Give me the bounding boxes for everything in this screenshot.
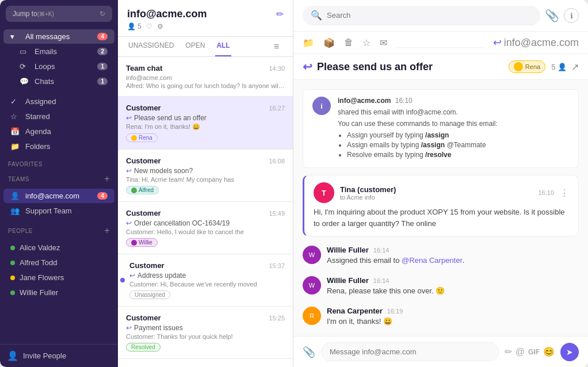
rena-reply-text: I'm on it, thanks! 😀 [327,317,392,326]
chevron-icon: ▾ [10,32,21,41]
settings-icon: ⚙ [157,22,163,30]
all-messages-label: All messages [25,32,97,41]
folder-toolbar-icon[interactable]: 📁 [303,37,314,48]
header-actions: 📎 ℹ [545,8,579,23]
conversation-item-new-models[interactable]: Customer 16:08 ↩ New models soon? Tina: … [118,150,293,202]
conversation-title: ↩ Please send us an offer [303,60,503,74]
secondary-nav-section: ✓ Assigned ☆ Starred 📅 Agenda 📁 Folders [0,91,118,156]
sidebar-item-assigned[interactable]: ✓ Assigned [3,94,114,109]
conversation-item-payment[interactable]: Customer 15:25 ↩ Payment issues Customer… [118,307,293,359]
sidebar-item-alice[interactable]: Alice Valdez [3,240,114,255]
sidebar-item-folders[interactable]: 📁 Folders [3,139,114,154]
invite-people-button[interactable]: 👤 Invite People [0,344,118,367]
member-count-display: 5 👤 [551,63,567,71]
conversation-item-cancellation[interactable]: Customer 15:49 ↩ Order cancellation OC-1… [118,202,293,254]
reply-icon: ↩ [126,324,132,332]
send-button[interactable]: ➤ [560,343,579,361]
compose-gif-icon[interactable]: GIF [528,348,540,356]
assignee-avatar [514,62,523,71]
system-line1: shared this email with info@acme.com. [338,108,498,116]
teams-section-label: TEAMS + [0,169,118,186]
conversation-item-last[interactable]: Customer 15:17 [118,359,293,367]
chats-badge: 1 [97,78,108,85]
willie-avatar: W [303,246,321,264]
more-options-button[interactable]: ⋮ [560,188,569,198]
folder-icon: 📁 [10,142,21,151]
sidebar-item-emails[interactable]: ▭ Emails 2 [3,44,114,59]
msg-time: 16:10 [538,189,554,196]
sidebar-item-all-messages[interactable]: ▾ All messages 4 [3,29,114,44]
filter-tabs: UNASSIGNED OPEN ALL ≡ [118,37,293,57]
compose-at-icon[interactable]: @ [516,347,525,357]
jump-to-button[interactable]: Jump to (⌘+K) ↻ [6,6,112,22]
sidebar-item-loops[interactable]: ⟳ Loops 1 [3,59,114,74]
compose-emoji-icon[interactable]: 😊 [543,346,555,357]
trash-icon[interactable]: 🗑 [344,37,353,48]
share-icon[interactable]: ↗ [571,62,579,72]
system-msg-content: info@acme.com 16:10 shared this email wi… [338,97,498,160]
conv-sender: Customer [126,314,161,322]
chats-label: Chats [35,77,97,86]
tab-unassigned[interactable]: UNASSIGNED [127,37,175,56]
teams-section: 👤 info@acme.com 4 👥 Support Team [0,186,118,221]
email-toolbar-icon[interactable]: ✉ [380,37,387,48]
search-icon: 🔍 [311,10,322,21]
archive-icon[interactable]: 📦 [323,37,335,48]
willie-sender: Willie Fuller [327,246,369,254]
sidebar-item-team-info[interactable]: 👤 info@acme.com 4 [3,189,114,203]
sidebar-item-support-team[interactable]: 👥 Support Team [3,204,114,218]
add-person-button[interactable]: + [104,225,110,236]
sidebar-item-jane[interactable]: Jane Flowers [3,270,114,285]
conversation-item-offer[interactable]: Customer 16:27 ↩ Please send us an offer… [118,97,293,150]
like-icon: ♡ [146,22,152,30]
msg-header: Willie Fuller 16:14 [327,276,445,285]
system-line2: You can use these commands to manage thi… [338,120,498,128]
rena-time: 16:19 [387,308,403,315]
alice-status-dot [10,246,15,250]
loops-icon: ⟳ [20,62,30,71]
inbox-meta: 👤 5 ♡ ⚙ [127,22,284,30]
attachment-icon[interactable]: 📎 [545,9,559,22]
assignee-avatar-small [131,135,137,141]
sidebar-item-willie[interactable]: Willie Fuller [3,285,114,300]
team-icon: 👤 [10,192,21,200]
star-toolbar-icon[interactable]: ☆ [362,37,371,48]
favorites-section-label: FAVORITES [0,156,118,169]
email-icon: ▭ [20,47,30,56]
tina-avatar: T [314,182,334,203]
conversation-item-team-chat[interactable]: Team chat 14:30 info@acme.com Alfred: Wh… [118,57,293,97]
sidebar-item-starred[interactable]: ☆ Starred [3,109,114,124]
emails-label: Emails [35,47,97,56]
assignee-badge[interactable]: Rena [509,60,545,73]
compose-attach-icon[interactable]: 📎 [303,346,315,358]
jump-to-label: Jump to [13,10,37,18]
member-count: 👤 5 [127,22,142,30]
agent-message-willie-assign: W Willie Fuller 16:14 Assigned this emai… [303,243,579,267]
compose-pencil-icon[interactable]: ✏ [505,346,512,357]
conversation-item-address[interactable]: Customer 15:37 ↩ Address update Customer… [118,254,293,307]
conv-time: 16:27 [269,105,285,112]
conv-subject: ↩ Order cancellation OC-1634/19 [126,219,285,227]
compose-button[interactable]: ✏ [276,9,284,20]
filter-icon[interactable]: ≡ [269,37,284,56]
msg-body: Hi, I'm inquiring about the product XOPY… [314,207,569,229]
mention-rena: @Rena Carpenter [402,256,463,265]
compose-input[interactable] [321,342,499,361]
search-container: 🔍 [303,6,540,25]
search-input[interactable] [327,11,532,20]
refresh-icon[interactable]: ↻ [100,10,105,18]
assignment-text: Assigned this email to @Rena Carpenter. [327,256,464,265]
info-icon[interactable]: ℹ [564,8,579,23]
sidebar-item-chats[interactable]: 💬 Chats 1 [3,74,114,89]
add-team-button[interactable]: + [104,174,110,184]
tab-open[interactable]: OPEN [184,37,206,56]
command-item: Resolve emails by typing /resolve [347,151,498,159]
conv-time: 16:08 [269,158,285,165]
tab-all[interactable]: ALL [215,37,231,56]
sidebar-item-alfred[interactable]: Alfred Todd [3,255,114,270]
sidebar-item-agenda[interactable]: 📅 Agenda [3,124,114,139]
compose-icon-group: ✏ @ GIF 😊 [505,346,555,357]
inbox-email: info@acme.com [127,8,207,20]
assignee-tag: Rena [126,133,158,142]
invite-icon: 👤 [7,350,18,361]
